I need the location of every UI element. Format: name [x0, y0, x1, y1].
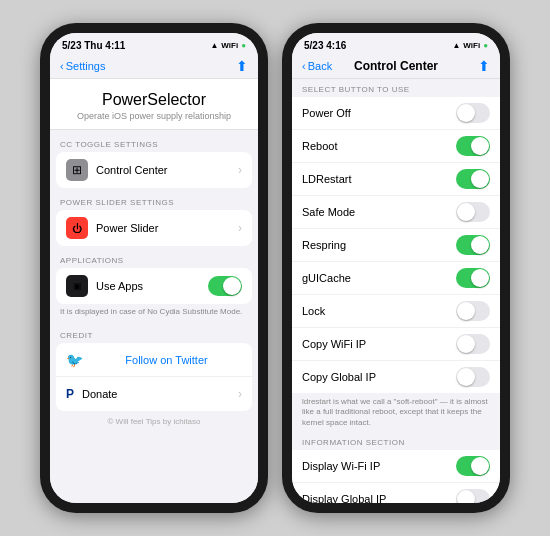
ldrestart-label: LDRestart [302, 173, 456, 185]
left-content: PowerSelector Operate iOS power supply r… [50, 79, 258, 503]
power-off-toggle[interactable] [456, 103, 490, 123]
right-phone: 5/23 4:16 ▲ WiFi ● ‹ Back Control Center… [282, 23, 510, 513]
left-back-button[interactable]: ‹ Settings [60, 60, 105, 72]
control-center-chevron: › [238, 163, 242, 177]
right-share-button[interactable]: ⬆ [478, 58, 490, 74]
ldrestart-toggle[interactable] [456, 169, 490, 189]
left-status-icons: ▲ WiFi ● [210, 41, 246, 50]
power-slider-label: Power Slider [96, 222, 238, 234]
control-center-label: Control Center [96, 164, 238, 176]
donate-row[interactable]: P Donate › [56, 377, 252, 411]
lock-toggle[interactable] [456, 301, 490, 321]
left-app-header: PowerSelector Operate iOS power supply r… [50, 79, 258, 130]
twitter-row[interactable]: 🐦 Follow on Twitter [56, 343, 252, 377]
right-nav-title: Control Center [354, 59, 438, 73]
power-slider-card: ⏻ Power Slider › [56, 210, 252, 246]
display-wifi-row[interactable]: Display Wi-Fi IP [292, 450, 500, 483]
app-subtitle: Operate iOS power supply relationship [60, 111, 248, 121]
left-phone: 5/23 Thu 4:11 ▲ WiFi ● ‹ Settings ⬆ [40, 23, 268, 513]
credit-label: CREDIT [50, 331, 258, 343]
ldrestart-note: ldrestart is what we call a "soft-reboot… [292, 393, 500, 432]
left-status-time: 5/23 Thu 4:11 [62, 40, 125, 51]
right-status-time: 5/23 4:16 [304, 40, 346, 51]
credit-section: CREDIT 🐦 Follow on Twitter P Donate › [50, 331, 258, 411]
power-slider-icon: ⏻ [66, 217, 88, 239]
use-apps-note: It is displayed in case of No Cydia Subs… [50, 304, 258, 321]
select-rows-container: Power Off Reboot LDRestart Safe Mode [292, 97, 500, 393]
info-rows-container: Display Wi-Fi IP Display Global IP Displ… [292, 450, 500, 503]
power-slider-row[interactable]: ⏻ Power Slider › [56, 210, 252, 246]
power-slider-chevron: › [238, 221, 242, 235]
use-apps-toggle[interactable] [208, 276, 242, 296]
power-slider-section: POWER SLIDER SETTINGS ⏻ Power Slider › [50, 198, 258, 246]
cc-toggle-label: CC TOGGLE SETTINGS [50, 140, 258, 152]
lock-label: Lock [302, 305, 456, 317]
respring-row[interactable]: Respring [292, 229, 500, 262]
copy-global-toggle[interactable] [456, 367, 490, 387]
display-wifi-toggle[interactable] [456, 456, 490, 476]
respring-label: Respring [302, 239, 456, 251]
cc-toggle-card: ⊞ Control Center › [56, 152, 252, 188]
right-back-button[interactable]: ‹ Back [302, 60, 332, 72]
display-global-label: Display Global IP [302, 493, 456, 503]
left-screen: 5/23 Thu 4:11 ▲ WiFi ● ‹ Settings ⬆ [50, 33, 258, 503]
guicache-label: gUICache [302, 272, 456, 284]
twitter-link[interactable]: Follow on Twitter [91, 354, 242, 366]
right-content: SELECT BUTTON TO USE Power Off Reboot LD… [292, 79, 500, 503]
right-nav-bar: ‹ Back Control Center ⬆ [292, 55, 500, 79]
safe-mode-toggle[interactable] [456, 202, 490, 222]
power-off-row[interactable]: Power Off [292, 97, 500, 130]
left-nav-bar: ‹ Settings ⬆ [50, 55, 258, 79]
safe-mode-label: Safe Mode [302, 206, 456, 218]
copy-global-label: Copy Global IP [302, 371, 456, 383]
control-center-row[interactable]: ⊞ Control Center › [56, 152, 252, 188]
display-global-toggle[interactable] [456, 489, 490, 503]
donate-chevron: › [238, 387, 242, 401]
copy-global-row[interactable]: Copy Global IP [292, 361, 500, 393]
paypal-icon: P [66, 387, 74, 401]
copy-wifi-row[interactable]: Copy WiFi IP [292, 328, 500, 361]
guicache-row[interactable]: gUICache [292, 262, 500, 295]
power-slider-section-label: POWER SLIDER SETTINGS [50, 198, 258, 210]
twitter-icon: 🐦 [66, 352, 83, 368]
applications-card: ▣ Use Apps [56, 268, 252, 304]
left-share-button[interactable]: ⬆ [236, 58, 248, 74]
display-global-row[interactable]: Display Global IP [292, 483, 500, 503]
right-status-bar: 5/23 4:16 ▲ WiFi ● [292, 33, 500, 55]
lock-row[interactable]: Lock [292, 295, 500, 328]
use-apps-icon: ▣ [66, 275, 88, 297]
info-section-header: INFORMATION SECTION [292, 432, 500, 450]
use-apps-label: Use Apps [96, 280, 208, 292]
display-wifi-label: Display Wi-Fi IP [302, 460, 456, 472]
phones-container: 5/23 Thu 4:11 ▲ WiFi ● ‹ Settings ⬆ [30, 13, 520, 523]
right-screen: 5/23 4:16 ▲ WiFi ● ‹ Back Control Center… [292, 33, 500, 503]
reboot-label: Reboot [302, 140, 456, 152]
left-status-bar: 5/23 Thu 4:11 ▲ WiFi ● [50, 33, 258, 55]
use-apps-row[interactable]: ▣ Use Apps [56, 268, 252, 304]
app-title: PowerSelector [60, 91, 248, 109]
cc-toggle-section: CC TOGGLE SETTINGS ⊞ Control Center › [50, 140, 258, 188]
guicache-toggle[interactable] [456, 268, 490, 288]
select-section-header: SELECT BUTTON TO USE [292, 79, 500, 97]
donate-label: Donate [82, 388, 238, 400]
copy-wifi-label: Copy WiFi IP [302, 338, 456, 350]
control-center-icon: ⊞ [66, 159, 88, 181]
safe-mode-row[interactable]: Safe Mode [292, 196, 500, 229]
reboot-row[interactable]: Reboot [292, 130, 500, 163]
right-status-icons: ▲ WiFi ● [452, 41, 488, 50]
left-footer: © Will feel Tips by ichitaso [50, 411, 258, 432]
applications-section: APPLICATIONS ▣ Use Apps It is displayed … [50, 256, 258, 321]
copy-wifi-toggle[interactable] [456, 334, 490, 354]
power-off-label: Power Off [302, 107, 456, 119]
applications-label: APPLICATIONS [50, 256, 258, 268]
reboot-toggle[interactable] [456, 136, 490, 156]
respring-toggle[interactable] [456, 235, 490, 255]
credit-card: 🐦 Follow on Twitter P Donate › [56, 343, 252, 411]
ldrestart-row[interactable]: LDRestart [292, 163, 500, 196]
